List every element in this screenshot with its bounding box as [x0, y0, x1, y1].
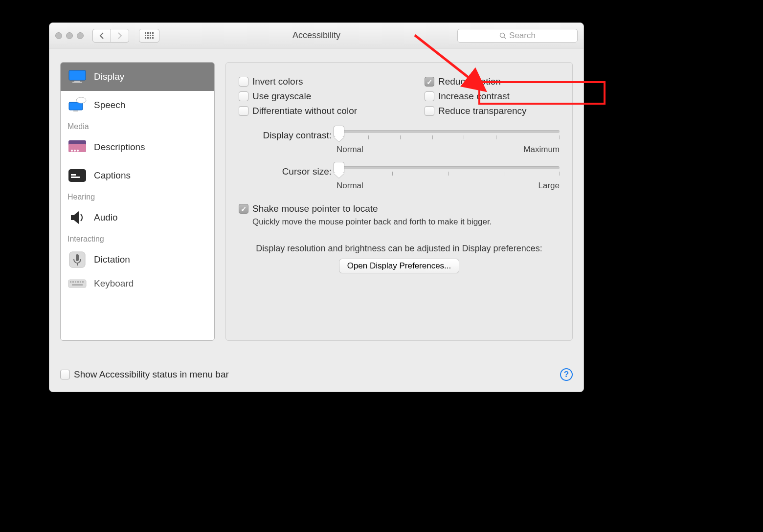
- svg-rect-7: [152, 35, 154, 36]
- svg-rect-2: [150, 32, 151, 34]
- display-contrast-slider[interactable]: Normal Maximum: [337, 130, 560, 155]
- nav-back-button[interactable]: [92, 29, 111, 43]
- slider-thumb[interactable]: [334, 162, 344, 174]
- shake-pointer-help: Quickly move the mouse pointer back and …: [252, 217, 560, 227]
- checkbox-label: Reduce transparency: [438, 106, 527, 116]
- checkbox-label: Shake mouse pointer to locate: [252, 203, 378, 214]
- svg-rect-6: [150, 35, 151, 36]
- sidebar-item-display[interactable]: Display: [61, 63, 214, 91]
- sidebar-item-audio[interactable]: Audio: [61, 203, 214, 232]
- svg-rect-0: [145, 32, 146, 34]
- slider-min-label: Normal: [337, 145, 363, 155]
- display-settings-panel: Invert colors Use grayscale Differentiat…: [225, 62, 573, 341]
- keyboard-icon: [67, 276, 87, 291]
- svg-rect-11: [152, 37, 154, 39]
- differentiate-without-color-checkbox[interactable]: Differentiate without color: [239, 104, 425, 118]
- svg-rect-31: [68, 280, 86, 288]
- cursor-size-slider[interactable]: Normal Large: [337, 166, 560, 191]
- titlebar: Accessibility Search: [49, 23, 583, 48]
- svg-rect-3: [152, 32, 154, 34]
- svg-line-13: [504, 37, 506, 39]
- checkbox-icon: [425, 77, 434, 87]
- preferences-window: Accessibility Search Display Spee: [49, 22, 584, 392]
- svg-rect-26: [71, 174, 76, 176]
- checkbox-label: Use grayscale: [252, 91, 311, 102]
- sidebar-item-keyboard[interactable]: Keyboard: [61, 274, 214, 293]
- slider-max-label: Maximum: [523, 145, 560, 155]
- sidebar-item-label: Captions: [94, 170, 131, 181]
- svg-rect-9: [147, 37, 149, 39]
- svg-point-23: [74, 150, 76, 152]
- svg-rect-34: [75, 281, 76, 283]
- sidebar-item-dictation[interactable]: Dictation: [61, 245, 214, 274]
- checkbox-icon: [425, 106, 434, 116]
- shake-pointer-checkbox[interactable]: Shake mouse pointer to locate: [239, 201, 560, 216]
- svg-rect-33: [72, 281, 74, 283]
- sidebar-item-label: Audio: [94, 212, 118, 223]
- nav-back-forward: [92, 29, 129, 43]
- checkbox-icon: [425, 91, 434, 101]
- speech-icon: [67, 98, 87, 112]
- sidebar-section-hearing: Hearing: [61, 190, 214, 203]
- sidebar-section-interacting: Interacting: [61, 232, 214, 245]
- use-grayscale-checkbox[interactable]: Use grayscale: [239, 89, 425, 104]
- svg-rect-27: [71, 177, 80, 178]
- close-window-button[interactable]: [55, 32, 62, 39]
- sidebar-item-label: Dictation: [94, 254, 130, 265]
- sidebar-section-media: Media: [61, 119, 214, 133]
- window-body: Display Speech Media Descriptions: [49, 48, 583, 392]
- reduce-motion-checkbox[interactable]: Reduce motion: [425, 74, 560, 89]
- dictation-icon: [67, 252, 87, 267]
- svg-rect-4: [145, 35, 146, 36]
- sidebar-item-label: Display: [94, 71, 124, 82]
- checkbox-label: Invert colors: [252, 76, 303, 87]
- svg-rect-35: [77, 281, 79, 283]
- svg-point-19: [76, 97, 86, 103]
- help-icon: ?: [564, 370, 569, 379]
- minimize-window-button[interactable]: [66, 32, 73, 39]
- svg-rect-29: [76, 254, 79, 261]
- checkbox-label: Show Accessibility status in menu bar: [74, 369, 229, 380]
- svg-rect-32: [70, 281, 71, 283]
- help-button[interactable]: ?: [560, 368, 573, 381]
- slider-min-label: Normal: [337, 181, 363, 191]
- reduce-transparency-checkbox[interactable]: Reduce transparency: [425, 104, 560, 118]
- show-all-button[interactable]: [139, 29, 159, 43]
- checkbox-label: Reduce motion: [438, 76, 501, 87]
- slider-max-label: Large: [539, 181, 560, 191]
- captions-icon: [67, 168, 87, 183]
- slider-thumb[interactable]: [334, 126, 344, 137]
- show-status-menubar-checkbox[interactable]: Show Accessibility status in menu bar: [60, 367, 229, 382]
- display-preferences-note: Display resolution and brightness can be…: [239, 244, 560, 254]
- cursor-size-row: Cursor size: Normal Large: [239, 166, 560, 191]
- audio-icon: [67, 210, 87, 225]
- sidebar-item-captions[interactable]: Captions: [61, 161, 214, 190]
- checkbox-icon: [60, 370, 70, 379]
- open-display-preferences-button[interactable]: Open Display Preferences...: [339, 259, 460, 273]
- search-input[interactable]: Search: [457, 29, 578, 43]
- display-icon: [67, 69, 87, 84]
- svg-point-12: [500, 33, 505, 37]
- footer: Show Accessibility status in menu bar ?: [60, 367, 573, 382]
- checkbox-label: Differentiate without color: [252, 106, 357, 116]
- svg-rect-15: [74, 81, 80, 82]
- category-sidebar[interactable]: Display Speech Media Descriptions: [60, 62, 215, 341]
- sidebar-item-speech[interactable]: Speech: [61, 91, 214, 119]
- zoom-window-button[interactable]: [77, 32, 84, 39]
- sidebar-item-descriptions[interactable]: Descriptions: [61, 133, 214, 161]
- sidebar-item-label: Descriptions: [94, 142, 145, 153]
- nav-forward-button[interactable]: [111, 29, 129, 43]
- search-placeholder: Search: [509, 31, 536, 41]
- checkbox-icon: [239, 106, 248, 116]
- chevron-left-icon: [99, 32, 104, 39]
- sidebar-item-label: Speech: [94, 100, 125, 111]
- svg-rect-8: [145, 37, 146, 39]
- checkbox-icon: [239, 91, 248, 101]
- svg-rect-10: [150, 37, 151, 39]
- increase-contrast-checkbox[interactable]: Increase contrast: [425, 89, 560, 104]
- svg-point-22: [71, 150, 73, 152]
- sidebar-item-label: Keyboard: [94, 278, 134, 289]
- invert-colors-checkbox[interactable]: Invert colors: [239, 74, 425, 89]
- checkbox-icon: [239, 77, 248, 87]
- grid-icon: [145, 32, 154, 39]
